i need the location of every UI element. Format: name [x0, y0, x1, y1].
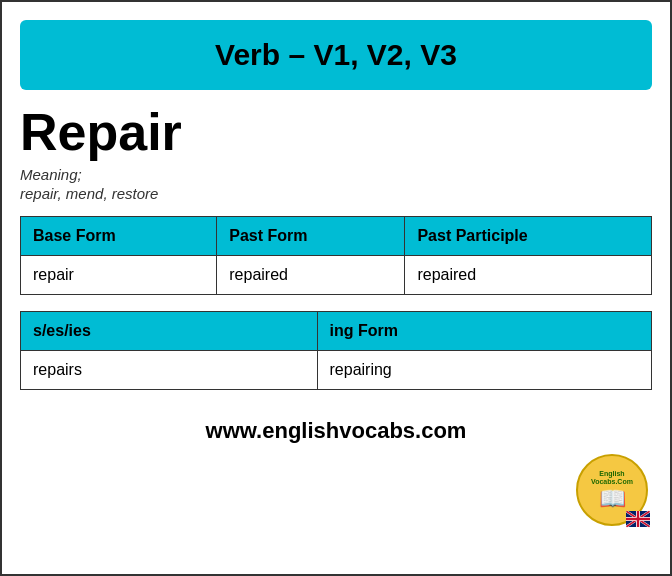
- uk-flag-icon: [626, 510, 650, 528]
- logo-book-icon: 📖: [599, 488, 626, 510]
- header-banner-text: Verb – V1, V2, V3: [215, 38, 457, 71]
- logo-text: EnglishVocabs.Com: [591, 470, 633, 485]
- col-header-ses-ies: s/es/ies: [21, 312, 318, 351]
- logo-circle: EnglishVocabs.Com 📖: [576, 454, 648, 526]
- footer-website: www.englishvocabs.com: [2, 406, 670, 460]
- table-row: repairs repairing: [21, 351, 652, 390]
- word-title: Repair: [20, 102, 652, 162]
- verb-forms-table-2: s/es/ies ing Form repairs repairing: [20, 311, 652, 390]
- table-row: repair repaired repaired: [21, 256, 652, 295]
- col-header-past-participle: Past Participle: [405, 217, 652, 256]
- cell-ing-form: repairing: [317, 351, 652, 390]
- col-header-past-form: Past Form: [217, 217, 405, 256]
- cell-base-form: repair: [21, 256, 217, 295]
- col-header-ing-form: ing Form: [317, 312, 652, 351]
- verb-forms-table-1: Base Form Past Form Past Participle repa…: [20, 216, 652, 295]
- header-banner: Verb – V1, V2, V3: [20, 20, 652, 90]
- col-header-base-form: Base Form: [21, 217, 217, 256]
- logo-container: EnglishVocabs.Com 📖: [576, 454, 648, 526]
- card: Verb – V1, V2, V3 Repair Meaning; repair…: [0, 0, 672, 576]
- cell-past-form: repaired: [217, 256, 405, 295]
- meaning-words: repair, mend, restore: [20, 185, 652, 202]
- meaning-label: Meaning;: [20, 166, 652, 183]
- cell-ses-ies: repairs: [21, 351, 318, 390]
- cell-past-participle: repaired: [405, 256, 652, 295]
